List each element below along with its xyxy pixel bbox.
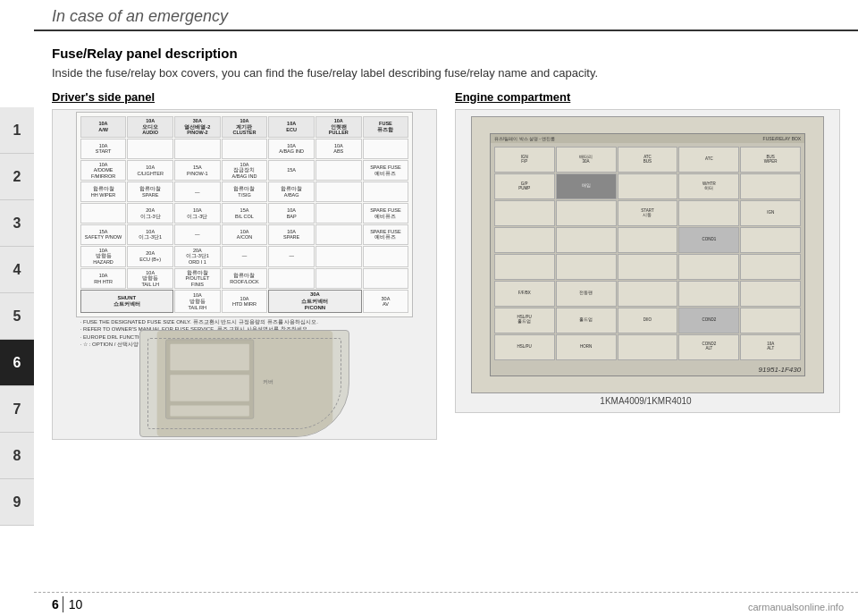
content-body: Fuse/Relay panel description Inside the …: [34, 31, 858, 449]
eng-cell: 매입: [556, 173, 617, 199]
watermark: carmanualsonline.info: [748, 602, 844, 612]
eng-cell: [556, 254, 617, 280]
sidebar-item-9[interactable]: 9: [0, 479, 34, 526]
svg-rect-0: [156, 331, 332, 436]
fuse-cell: 10A이그-3단1: [127, 224, 173, 245]
fuse-cell: 10AA/DOMEF/MIRROR: [80, 160, 127, 181]
eng-cell: BUSWIPER: [740, 147, 801, 173]
sidebar: 1 2 3 4 5 6 7 8 9: [0, 0, 34, 616]
fuse-cell: 10ARH HTR: [80, 268, 127, 290]
page-footer: 6 10: [34, 592, 858, 616]
panels-row: Driver's side panel 10AA/W 10A오디오AUDIO 3…: [52, 90, 840, 440]
eng-cell: [740, 281, 801, 307]
eng-cell: HSL/PU: [494, 334, 555, 360]
eng-cell: G/PPUMP: [494, 173, 555, 199]
eng-cell: [740, 227, 801, 253]
eng-cell: START시동: [618, 200, 678, 226]
svg-rect-3: [170, 375, 248, 401]
fuse-cell: 합류마찰T/SIG: [222, 181, 268, 202]
fuse-cell: —: [268, 246, 315, 267]
fuse-cell: 15AB/L COL: [222, 203, 268, 224]
section-desc: Inside the fuse/relay box covers, you ca…: [52, 66, 840, 80]
fuse-label-diagram: 10AA/W 10A오디오AUDIO 30A열선배열-2P/NOW-2 10A계…: [76, 112, 414, 317]
fuse-cell: —: [222, 246, 268, 267]
eng-cell: [678, 254, 739, 280]
sidebar-item-6[interactable]: 6: [0, 340, 34, 386]
fuse-cell: [363, 246, 409, 267]
fuse-cell: [222, 139, 268, 159]
engine-inner: 퓨즈/릴레이 박스 설명 - 엔진룸 FUSE/RELAY BOX IGNF/P…: [490, 133, 805, 376]
fuse-cell: 10A방향등TAIL LH: [127, 268, 173, 290]
eng-cell: COND1: [678, 227, 739, 253]
fuse-cell: [174, 139, 221, 159]
fuse-cell: SPARE FUSE예비퓨즈: [363, 224, 409, 245]
fuse-cell: 10ABAP: [268, 203, 315, 224]
fuse-cell: 10AABS: [315, 139, 362, 159]
fuse-cell: 30A열선배열-2P/NOW-2: [174, 116, 221, 138]
fuse-cell: 10A인렛팬PULLER: [315, 116, 362, 138]
fuse-label-inner: 10AA/W 10A오디오AUDIO 30A열선배열-2P/NOW-2 10A계…: [77, 113, 413, 316]
fuse-cell: 10ASTART: [80, 139, 127, 159]
engine-top-strip: 퓨즈/릴레이 박스 설명 - 엔진룸 FUSE/RELAY BOX: [491, 134, 804, 143]
eng-cell: [494, 227, 555, 253]
eng-cell: [618, 334, 678, 360]
eng-cell: [494, 200, 555, 226]
svg-rect-4: [170, 406, 248, 417]
footer-chapter: 6: [52, 597, 59, 612]
eng-cell: [618, 281, 678, 307]
eng-cell: [618, 227, 678, 253]
fuse-cell: 10A이그-3단: [174, 203, 221, 224]
fuse-cell: [315, 268, 362, 290]
fuse-cell: 10A오디오AUDIO: [127, 116, 173, 138]
sidebar-item-4[interactable]: 4: [0, 247, 34, 293]
engine-diagram: 퓨즈/릴레이 박스 설명 - 엔진룸 FUSE/RELAY BOX IGNF/P…: [471, 116, 824, 393]
fuse-cell: 10A계기판CLUSTER: [222, 116, 268, 138]
eng-cell: [556, 200, 617, 226]
fuse-cell: 20A이그-3단: [127, 203, 173, 224]
fuse-cell: [315, 181, 362, 202]
cover-panel-image: 커버: [139, 330, 350, 437]
fuse-cell: 15A: [268, 160, 315, 181]
fuse-cell: 10AHTD MIRR: [222, 290, 268, 313]
eng-cell: ATCBUS: [618, 147, 678, 173]
fuse-cell: 10A방향등TAIL RH: [174, 290, 221, 313]
fuse-cell: 합류마찰A/BAG: [268, 181, 315, 202]
eng-cell: F/F/BX: [494, 281, 555, 307]
eng-cell: 10AALT: [740, 334, 801, 360]
left-panel: Driver's side panel 10AA/W 10A오디오AUDIO 3…: [52, 90, 446, 440]
fuse-cell: SPARE FUSE예비퓨즈: [363, 160, 409, 181]
left-panel-image: 10AA/W 10A오디오AUDIO 30A열선배열-2P/NOW-2 10A계…: [52, 109, 437, 440]
fuse-cell: —: [174, 181, 221, 202]
fuse-cell: 15ASAFETY P/NOW: [80, 224, 127, 245]
svg-text:커버: 커버: [262, 379, 273, 384]
fuse-cell: 합류마찰SPARE: [127, 181, 173, 202]
fuse-cell: [363, 181, 409, 202]
sidebar-item-7[interactable]: 7: [0, 386, 34, 433]
eng-cell: [494, 254, 555, 280]
fuse-cell: 10AA/W: [80, 116, 127, 138]
fuse-cell: 10AA/CON: [222, 224, 268, 245]
sidebar-item-8[interactable]: 8: [0, 433, 34, 479]
eng-cell: 홀드업: [556, 308, 617, 333]
right-panel-image: 퓨즈/릴레이 박스 설명 - 엔진룸 FUSE/RELAY BOX IGNF/P…: [455, 109, 840, 413]
eng-cell: [618, 173, 678, 199]
sidebar-item-5[interactable]: 5: [0, 293, 34, 340]
eng-cell: COND2ALT: [678, 334, 739, 360]
svg-rect-2: [170, 344, 248, 371]
sidebar-item-1[interactable]: 1: [0, 107, 34, 154]
engine-grid: IGNF/P 배터리30A ATCBUS ATC BUSWIPER G/PPUM…: [491, 143, 804, 363]
fuse-cell: 합류마찰P/OUTLETFINIS: [174, 268, 221, 290]
image-caption: 1KMA4009/1KMR4010: [600, 393, 694, 406]
fuse-cell: [80, 203, 127, 224]
sidebar-item-2[interactable]: 2: [0, 154, 34, 200]
fuse-cell: 합류마찰ROOF/LOCK: [222, 268, 268, 290]
fuse-cell: [363, 139, 409, 159]
eng-cell: [740, 173, 801, 199]
eng-cell: IGNF/P: [494, 147, 555, 173]
cover-svg: 커버: [140, 331, 349, 436]
fuse-cell: 10AECU: [268, 116, 315, 138]
fuse-shunt2: 30A쇼트커넥터P/CONN: [268, 290, 361, 313]
sidebar-item-3[interactable]: 3: [0, 200, 34, 247]
part-number: 91951-1F430: [491, 364, 804, 376]
eng-cell: [740, 308, 801, 333]
